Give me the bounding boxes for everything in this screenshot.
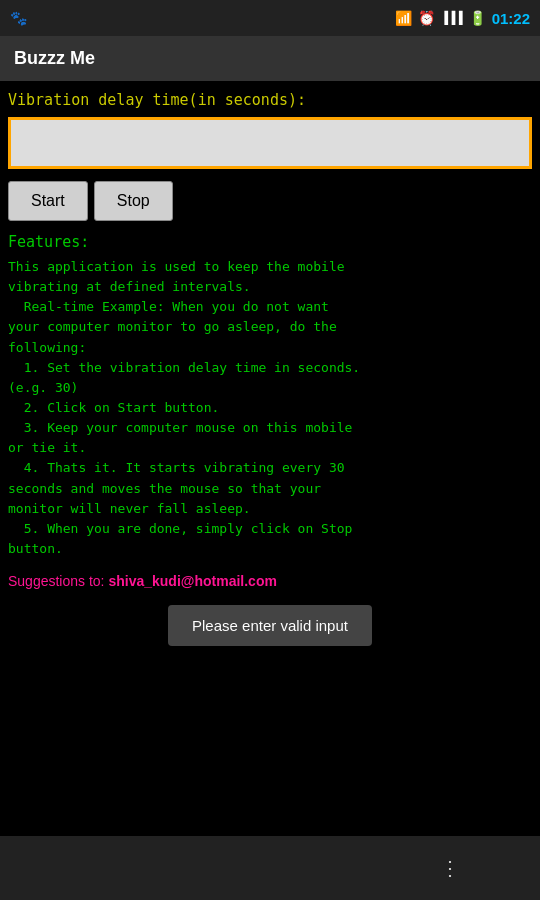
features-section: Features: This application is used to ke… [8, 233, 532, 826]
features-text: This application is used to keep the mob… [8, 257, 532, 559]
battery-icon: 🔋 [469, 10, 486, 26]
more-button[interactable]: ⋮ [440, 856, 460, 880]
stop-button[interactable]: Stop [94, 181, 173, 221]
android-icon: 🐾 [10, 10, 27, 26]
toast-container: Please enter valid input [8, 605, 532, 646]
title-bar: Buzzz Me [0, 36, 540, 81]
bluetooth-icon: 📶 [395, 10, 412, 26]
signal-icon: ▐▐▐ [441, 11, 463, 25]
features-heading: Features: [8, 233, 532, 251]
vibration-label: Vibration delay time(in seconds): [8, 91, 532, 109]
app-content: Vibration delay time(in seconds): Start … [0, 81, 540, 836]
delay-input[interactable] [8, 117, 532, 169]
status-time: 01:22 [492, 10, 530, 27]
status-bar: 🐾 📶 ⏰ ▐▐▐ 🔋 01:22 [0, 0, 540, 36]
status-left: 🐾 [10, 10, 27, 26]
alarm-icon: ⏰ [418, 10, 435, 26]
suggestions: Suggestions to: shiva_kudi@hotmail.com [8, 573, 532, 589]
app-title: Buzzz Me [14, 48, 95, 68]
status-right: 📶 ⏰ ▐▐▐ 🔋 01:22 [395, 10, 530, 27]
suggestions-label: Suggestions to: [8, 573, 108, 589]
suggestions-email: shiva_kudi@hotmail.com [108, 573, 276, 589]
buttons-row: Start Stop [8, 181, 532, 221]
bottom-nav: ⋮ [0, 836, 540, 900]
start-button[interactable]: Start [8, 181, 88, 221]
toast-message: Please enter valid input [168, 605, 372, 646]
